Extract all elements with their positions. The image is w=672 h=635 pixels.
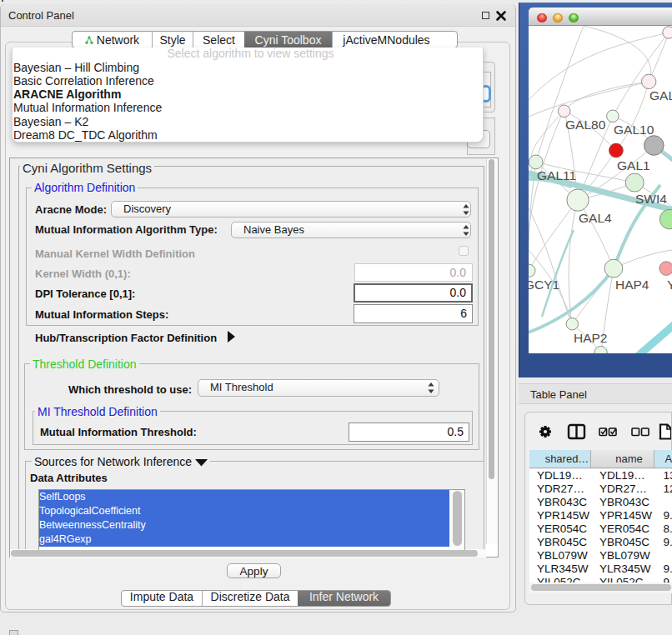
svg-text:GCY1: GCY1 bbox=[529, 278, 559, 292]
svg-text:SWI4: SWI4 bbox=[635, 192, 667, 206]
svg-text:GAL1: GAL1 bbox=[617, 158, 650, 172]
svg-text:GAL10: GAL10 bbox=[614, 122, 654, 137]
svg-text:GAL4: GAL4 bbox=[579, 211, 612, 225]
svg-text:GAL80: GAL80 bbox=[565, 118, 606, 132]
svg-text:HAP4: HAP4 bbox=[615, 278, 649, 292]
svg-text:GAL11: GAL11 bbox=[537, 168, 576, 182]
svg-text:YEL: YEL bbox=[667, 278, 672, 292]
svg-text:GAL2: GAL2 bbox=[649, 88, 672, 102]
svg-text:HAP2: HAP2 bbox=[574, 331, 608, 345]
